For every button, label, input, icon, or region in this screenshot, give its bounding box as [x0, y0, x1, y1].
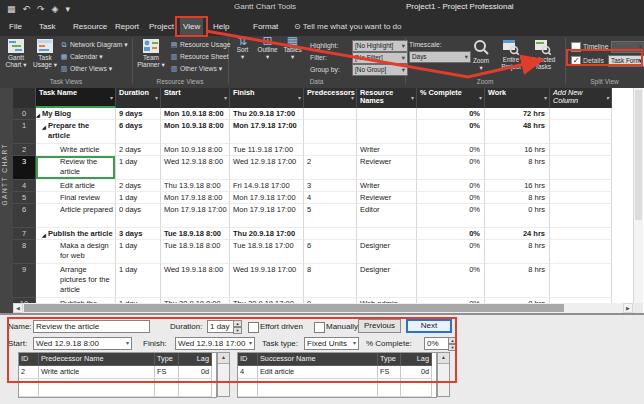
cell-resources[interactable]: Reviewer	[357, 192, 417, 204]
row-number[interactable]: 7	[13, 228, 36, 240]
predecessors-grid-scrollbar[interactable]: ▲	[217, 352, 230, 397]
cell-addnew[interactable]	[550, 192, 612, 204]
cell-work[interactable]: 0 hrs	[485, 204, 550, 228]
horizontal-scrollbar[interactable]: ◀ ▶	[13, 303, 633, 313]
cell-work[interactable]: 16 hrs	[485, 180, 550, 192]
duration-field[interactable]: 1 day	[207, 320, 234, 333]
cell-finish[interactable]: Mon 17.9.18 17:00	[230, 192, 304, 204]
selected-tasks-button[interactable]: Selected Tasks	[528, 39, 558, 70]
cell-pct[interactable]: 0%	[417, 108, 485, 120]
cell-work[interactable]: 8 hrs	[485, 156, 550, 180]
details-checkbox[interactable]: ✓	[571, 56, 581, 66]
grid-cell[interactable]	[155, 379, 179, 397]
cell-start[interactable]: Wed 12.9.18 8:00	[161, 156, 230, 180]
grid-cell[interactable]: 0d	[179, 366, 212, 379]
column-header-resource-names[interactable]: Resource Names▾	[357, 88, 417, 108]
cell-work[interactable]: 24 hrs	[485, 228, 550, 240]
cell-start[interactable]: Mon 10.9.18 8:00	[161, 144, 230, 156]
row-number[interactable]: 3	[13, 156, 36, 180]
filter-dropdown[interactable]: ▾[No Filter]	[352, 52, 408, 64]
cell-resources[interactable]: Designer	[357, 264, 417, 298]
cell-predecessors[interactable]: 4	[304, 192, 357, 204]
cell-resources[interactable]: Reviewer	[357, 156, 417, 180]
cell-duration[interactable]: 3 days	[116, 228, 161, 240]
team-planner-button[interactable]: Team Planner ▾	[136, 37, 166, 77]
grid-cell[interactable]: Write article	[39, 366, 155, 379]
highlight-dropdown[interactable]: ▾[No Highlight]	[352, 40, 408, 52]
save-icon[interactable]: ▦	[7, 1, 16, 17]
row-number[interactable]: 8	[13, 240, 36, 264]
resource-usage-button[interactable]: ▤ Resource Usage	[170, 39, 231, 50]
cell-pct[interactable]: 0%	[417, 204, 485, 228]
cell-addnew[interactable]	[550, 144, 612, 156]
cell-start[interactable]: Mon 10.9.18 8:00	[161, 120, 230, 144]
cell-duration[interactable]: 2 days	[116, 144, 161, 156]
tab-help[interactable]: Help	[210, 18, 232, 36]
horizontal-scrollbar-thumb[interactable]	[24, 304, 564, 312]
tab-resource[interactable]: Resource	[70, 18, 110, 36]
scroll-left-icon[interactable]: ◀	[13, 303, 23, 313]
column-header-duration[interactable]: Duration▾	[116, 88, 161, 108]
cell-finish[interactable]: Thu 20.9.18 17:00	[230, 228, 304, 240]
group-by-dropdown[interactable]: ▾[No Group]	[352, 64, 408, 76]
cell-predecessors[interactable]: 6	[304, 240, 357, 264]
effort-driven-checkbox[interactable]	[248, 322, 259, 333]
cell-name[interactable]: ◢Prepare the article	[36, 120, 116, 144]
cell-addnew[interactable]	[550, 120, 612, 144]
column-header-finish[interactable]: Finish▾	[230, 88, 304, 108]
task-usage-button[interactable]: Task Usage ▾	[31, 37, 59, 77]
cell-work[interactable]: 8 hrs	[485, 192, 550, 204]
sort-button[interactable]: ⇅ Sort▾	[232, 38, 253, 60]
grid-cell[interactable]: FS	[378, 366, 401, 379]
cell-pct[interactable]: 0%	[417, 156, 485, 180]
cell-resources[interactable]: Designer	[357, 240, 417, 264]
cell-start[interactable]: Tue 18.9.18 8:00	[161, 240, 230, 264]
cell-work[interactable]: 48 hrs	[485, 120, 550, 144]
cell-finish[interactable]: Mon 17.9.18 17:00	[230, 204, 304, 228]
cell-start[interactable]: Tue 18.9.18 8:00	[161, 228, 230, 240]
cell-finish[interactable]: Thu 20.9.18 17:00	[230, 108, 304, 120]
cell-addnew[interactable]	[550, 240, 612, 264]
cell-predecessors[interactable]	[304, 108, 357, 120]
cell-addnew[interactable]	[550, 264, 612, 298]
cell-pct[interactable]: 0%	[417, 240, 485, 264]
pct-complete-field[interactable]: 0%	[424, 337, 449, 350]
cell-duration[interactable]: 1 day	[116, 192, 161, 204]
cell-pct[interactable]: 0%	[417, 180, 485, 192]
cell-predecessors[interactable]	[304, 228, 357, 240]
column-header-task-name[interactable]: Task Name▾	[36, 88, 116, 108]
cell-work[interactable]: 8 hrs	[485, 240, 550, 264]
row-number[interactable]: 2	[13, 144, 36, 156]
details-dropdown[interactable]: ▾Task Form	[608, 55, 644, 67]
scroll-up-icon[interactable]: ▲	[438, 353, 449, 364]
row-number[interactable]: 5	[13, 192, 36, 204]
cell-name[interactable]: Edit article	[36, 180, 116, 192]
cell-addnew[interactable]	[550, 180, 612, 192]
timeline-checkbox[interactable]	[571, 42, 581, 52]
cell-duration[interactable]: 1 day	[116, 264, 161, 298]
row-number[interactable]: 0	[13, 108, 36, 120]
grid-cell[interactable]	[258, 379, 378, 397]
cell-predecessors[interactable]: 8	[304, 264, 357, 298]
name-field[interactable]: Review the article	[33, 320, 150, 333]
scroll-right-icon[interactable]: ▶	[623, 303, 633, 313]
cell-predecessors[interactable]	[304, 120, 357, 144]
cell-predecessors[interactable]: 2	[304, 156, 357, 180]
row-number[interactable]: 9	[13, 264, 36, 298]
cell-name[interactable]: Write article	[36, 144, 116, 156]
cell-finish[interactable]: Mon 17.9.18 17:00	[230, 120, 304, 144]
cell-resources[interactable]	[357, 120, 417, 144]
column-header-add-new-column[interactable]: Add New Column▾	[550, 88, 612, 108]
cell-resources[interactable]	[357, 108, 417, 120]
row-number[interactable]: 1	[13, 120, 36, 144]
cell-resources[interactable]: Editor	[357, 204, 417, 228]
grid-cell[interactable]: FS	[155, 366, 179, 379]
cell-start[interactable]: Mon 10.9.18 8:00	[161, 108, 230, 120]
select-all-corner[interactable]	[13, 88, 36, 108]
grid-cell[interactable]: Edit article	[258, 366, 378, 379]
cell-name[interactable]: ◢My Blog	[36, 108, 116, 120]
cell-addnew[interactable]	[550, 108, 612, 120]
cell-pct[interactable]: 0%	[417, 192, 485, 204]
cell-addnew[interactable]	[550, 228, 612, 240]
grid-cell[interactable]	[238, 379, 258, 397]
